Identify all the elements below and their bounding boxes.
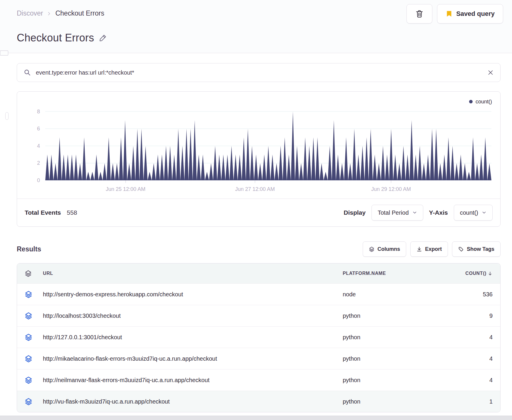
layers-icon[interactable]: [25, 270, 43, 277]
platform-cell: python: [343, 355, 440, 362]
chart-y-axis: 02468: [26, 106, 40, 180]
bookmark-icon: [446, 10, 453, 17]
columns-button[interactable]: Columns: [363, 241, 406, 257]
count-cell: 4: [440, 377, 493, 384]
columns-button-label: Columns: [377, 246, 400, 252]
saved-query-label: Saved query: [456, 10, 495, 18]
chart-footer: Total Events 558 Display Total Period Y-…: [17, 199, 500, 226]
page-header: Discover Checkout Errors: [0, 0, 512, 53]
platform-cell: python: [343, 398, 440, 405]
platform-cell: python: [343, 313, 440, 319]
y-tick-label: 6: [37, 126, 40, 131]
stack-events-icon[interactable]: [25, 376, 43, 384]
column-header-url[interactable]: URL: [43, 271, 343, 276]
stack-events-icon[interactable]: [25, 333, 43, 341]
clear-search-icon[interactable]: [487, 69, 494, 76]
results-table-body: http://sentry-demos-express.herokuapp.co…: [17, 283, 500, 412]
page-title: Checkout Errors: [17, 32, 94, 44]
platform-cell: node: [343, 291, 440, 298]
table-row[interactable]: http://mikaelacarino-flask-errors-m3uuiz…: [17, 348, 500, 369]
x-tick-label: Jun 25 12:00 AM: [106, 186, 145, 192]
saved-query-button[interactable]: Saved query: [437, 4, 503, 23]
results-heading: Results: [17, 245, 41, 253]
x-tick-label: Jun 29 12:00 AM: [371, 186, 411, 192]
events-chart[interactable]: 02468: [45, 106, 491, 180]
chevron-right-icon: [47, 11, 51, 16]
total-events-label: Total Events: [25, 209, 61, 216]
display-dropdown-value: Total Period: [378, 209, 409, 216]
y-tick-label: 2: [37, 160, 40, 166]
count-cell: 4: [440, 355, 493, 362]
stack-events-icon[interactable]: [25, 312, 43, 320]
url-cell[interactable]: http://mikaelacarino-flask-errors-m3uuiz…: [43, 355, 343, 362]
y-tick-label: 4: [37, 143, 40, 149]
column-header-platform[interactable]: PLATFORM.NAME: [343, 271, 440, 276]
url-cell[interactable]: http://localhost:3003/checkout: [43, 313, 343, 319]
delete-query-button[interactable]: [406, 4, 432, 23]
count-area-chart: [45, 106, 491, 180]
table-row[interactable]: http://vu-flask-m3uuizd7iq-uc.a.run.app/…: [17, 391, 500, 412]
display-dropdown[interactable]: Total Period: [372, 205, 423, 221]
header-divider: [0, 53, 512, 53]
url-cell[interactable]: http://vu-flask-m3uuizd7iq-uc.a.run.app/…: [43, 398, 343, 405]
chevron-down-icon: [482, 210, 486, 215]
legend-label: count(): [476, 99, 492, 105]
trash-icon: [415, 9, 424, 18]
tag-icon: [458, 246, 464, 252]
stack-events-icon[interactable]: [25, 355, 43, 362]
y-tick-label: 8: [37, 109, 40, 114]
breadcrumb: Discover Checkout Errors: [17, 4, 104, 17]
url-cell[interactable]: http://127.0.0.1:3001/checkout: [43, 334, 343, 341]
count-cell: 1: [440, 398, 493, 405]
y-tick-label: 0: [37, 178, 40, 183]
export-button[interactable]: Export: [410, 241, 448, 257]
layers-icon: [369, 246, 374, 252]
edit-title-pencil-icon[interactable]: [99, 34, 107, 42]
results-table: URL PLATFORM.NAME COUNT() http://sentry-…: [17, 263, 501, 412]
x-tick-mark: [391, 180, 391, 183]
yaxis-dropdown[interactable]: count(): [454, 205, 493, 221]
sort-descending-icon: [488, 271, 493, 276]
total-events-value: 558: [67, 209, 77, 216]
chevron-down-icon: [412, 210, 417, 215]
sidebar-collapse-handle[interactable]: [0, 51, 8, 56]
platform-cell: python: [343, 377, 440, 384]
count-cell: 536: [440, 291, 493, 298]
events-chart-panel: count() 02468 Jun 25 12:00 AMJun 27 12:0…: [17, 91, 501, 227]
table-row[interactable]: http://localhost:3003/checkout python 9: [17, 305, 500, 326]
legend-dot-icon: [469, 100, 473, 103]
table-row[interactable]: http://sentry-demos-express.herokuapp.co…: [17, 283, 500, 305]
count-cell: 4: [440, 334, 493, 341]
url-cell[interactable]: http://neilmanvar-flask-errors-m3uuizd7i…: [43, 377, 343, 384]
search-bar[interactable]: event.type:error has:url url:*checkout*: [17, 63, 501, 82]
url-cell[interactable]: http://sentry-demos-express.herokuapp.co…: [43, 291, 343, 298]
export-button-label: Export: [425, 246, 442, 252]
display-label: Display: [344, 209, 366, 216]
x-tick-label: Jun 27 12:00 AM: [235, 186, 275, 192]
column-header-count[interactable]: COUNT(): [440, 271, 493, 276]
results-table-header: URL PLATFORM.NAME COUNT(): [17, 263, 500, 283]
bottom-scroll-strip[interactable]: [0, 416, 512, 420]
table-row[interactable]: http://127.0.0.1:3001/checkout python 4: [17, 326, 500, 348]
x-tick-mark: [255, 180, 255, 183]
platform-cell: python: [343, 334, 440, 341]
yaxis-dropdown-value: count(): [460, 209, 478, 216]
search-icon: [24, 69, 31, 76]
show-tags-button-label: Show Tags: [467, 246, 494, 252]
discover-page: Discover Checkout Errors: [0, 0, 512, 420]
table-row[interactable]: http://neilmanvar-flask-errors-m3uuizd7i…: [17, 369, 500, 391]
breadcrumb-discover-link[interactable]: Discover: [17, 9, 43, 17]
chart-x-axis: Jun 25 12:00 AMJun 27 12:00 AMJun 29 12:…: [45, 180, 491, 199]
download-icon: [416, 246, 422, 252]
stack-events-icon[interactable]: [25, 398, 43, 405]
chart-legend[interactable]: count(): [17, 92, 500, 105]
x-tick-mark: [126, 180, 126, 183]
count-cell: 9: [440, 313, 493, 319]
breadcrumb-current: Checkout Errors: [55, 9, 104, 17]
stack-events-icon[interactable]: [25, 290, 43, 298]
yaxis-label: Y-Axis: [429, 209, 448, 216]
search-query-input[interactable]: event.type:error has:url url:*checkout*: [36, 69, 483, 76]
show-tags-button[interactable]: Show Tags: [452, 241, 501, 257]
sidebar-drag-pill[interactable]: [5, 112, 9, 120]
